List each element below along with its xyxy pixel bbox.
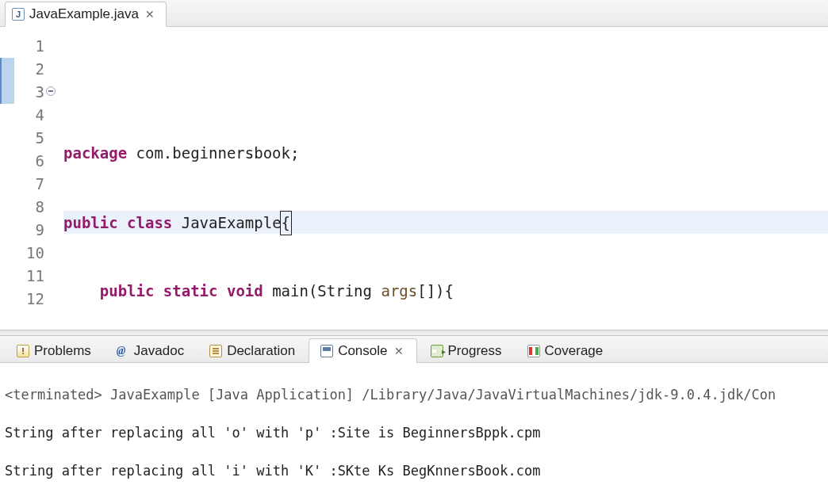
line-number: 11: [26, 267, 44, 284]
tab-label: Declaration: [227, 343, 295, 359]
tab-declaration[interactable]: Declaration: [197, 338, 307, 363]
tab-coverage[interactable]: Coverage: [516, 338, 615, 363]
tab-label: Console: [338, 343, 387, 359]
code-line: public class JavaExample{: [63, 211, 828, 234]
console-header: <terminated> JavaExample [Java Applicati…: [5, 385, 823, 404]
tab-label: Javadoc: [134, 343, 184, 359]
line-number: 10: [26, 244, 44, 262]
line-number: 2: [36, 60, 44, 78]
close-icon[interactable]: ✕: [393, 345, 405, 357]
editor-tab-label: JavaExample.java: [29, 6, 139, 22]
tab-javadoc[interactable]: @ Javadoc: [105, 338, 196, 363]
coverage-icon: [527, 345, 540, 357]
tab-problems[interactable]: Problems: [5, 338, 103, 363]
line-number: 3: [36, 83, 44, 101]
line-number: 5: [36, 129, 44, 147]
javadoc-icon: @: [117, 345, 129, 357]
console-output[interactable]: <terminated> JavaExample [Java Applicati…: [0, 363, 828, 504]
tab-progress[interactable]: Progress: [419, 338, 514, 363]
line-number: 7: [36, 175, 44, 193]
bottom-tab-bar: Problems @ Javadoc Declaration Console ✕…: [0, 336, 828, 363]
code-area[interactable]: package com.beginnersbook; public class …: [60, 27, 828, 330]
bracket-highlight: {: [280, 211, 292, 235]
problems-icon: [17, 345, 29, 357]
console-icon: [320, 345, 333, 357]
line-number: 9: [36, 221, 44, 239]
line-number: 8: [36, 198, 44, 216]
fold-toggle-icon[interactable]: [46, 86, 56, 96]
console-line: String after replacing all 'o' with 'p' …: [5, 423, 823, 442]
code-line: public static void main(String args[]){: [63, 280, 828, 303]
declaration-icon: [209, 345, 222, 357]
line-number: 4: [36, 106, 44, 124]
progress-icon: [431, 345, 443, 357]
line-number: 1: [36, 37, 44, 55]
java-file-icon: J: [12, 8, 25, 21]
tab-label: Progress: [448, 343, 502, 359]
tab-label: Problems: [34, 343, 91, 359]
code-line: package com.beginnersbook;: [63, 142, 828, 165]
panel-separator[interactable]: [0, 330, 828, 336]
tab-console[interactable]: Console ✕: [309, 338, 416, 363]
line-number-gutter: 1 2 3 4 5 6 7 8 9 10 11 12: [14, 27, 46, 330]
change-marker-strip: [0, 27, 14, 330]
code-editor[interactable]: 1 2 3 4 5 6 7 8 9 10 11 12 package com.b…: [0, 27, 828, 330]
editor-tab-javaexample[interactable]: J JavaExample.java ✕: [5, 2, 167, 27]
editor-tab-bar: J JavaExample.java ✕: [0, 0, 828, 27]
line-number: 12: [26, 290, 44, 307]
tab-label: Coverage: [545, 343, 604, 359]
close-icon[interactable]: ✕: [144, 8, 156, 21]
console-line: String after replacing all 'i' with 'K' …: [5, 461, 823, 480]
line-number: 6: [36, 152, 44, 170]
